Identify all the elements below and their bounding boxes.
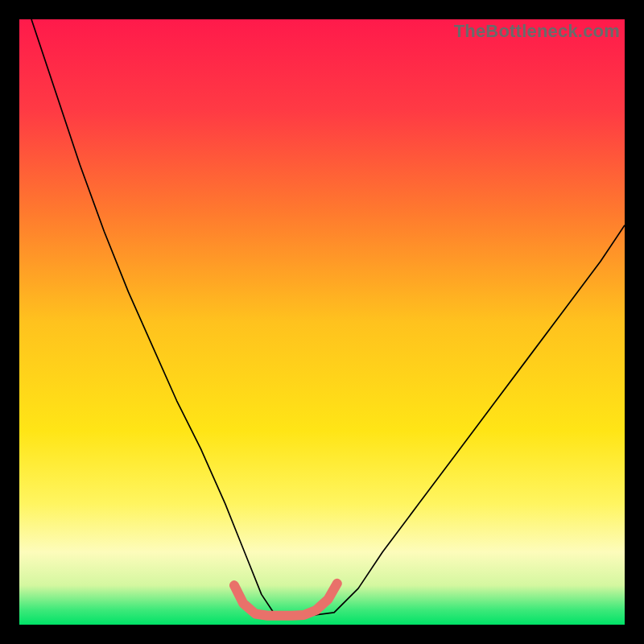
- chart-svg: [19, 19, 625, 625]
- watermark-text: TheBottleneck.com: [454, 21, 620, 42]
- gradient-background: [19, 19, 625, 625]
- plot-area: TheBottleneck.com: [19, 19, 625, 625]
- chart-frame: TheBottleneck.com: [0, 0, 644, 644]
